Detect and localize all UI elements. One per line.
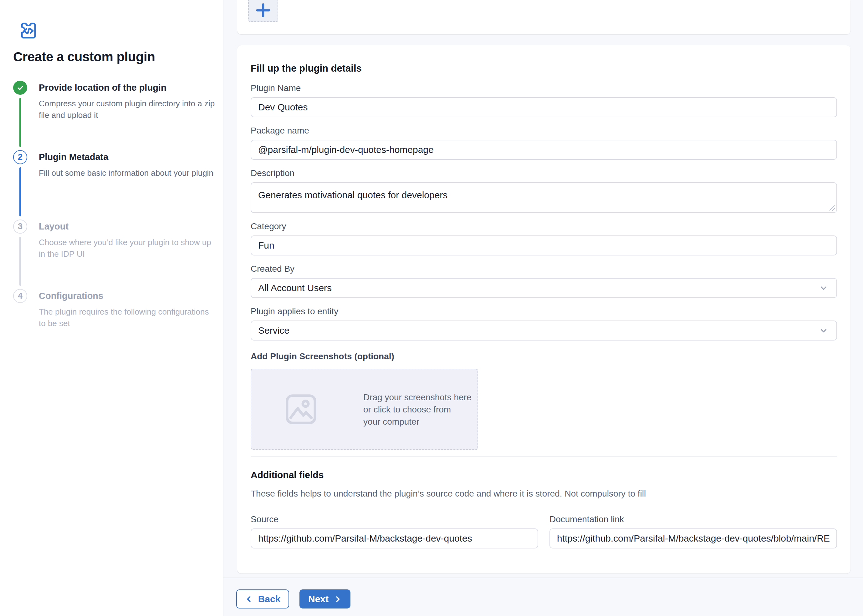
- description-field: Description Generates motivational quote…: [250, 168, 837, 213]
- additional-fields-row: Source Documentation link: [250, 514, 837, 548]
- chevron-left-icon: [245, 595, 253, 603]
- dropzone-line: your computer: [363, 416, 472, 428]
- dropzone-line: or click to choose from: [363, 403, 472, 416]
- entity-select[interactable]: Service: [250, 321, 837, 341]
- next-button[interactable]: Next: [299, 589, 350, 608]
- uploaded-plugin-strip: [237, 0, 850, 35]
- package-name-input[interactable]: [250, 140, 837, 160]
- wizard-main: Fill up the plugin details Plugin Name P…: [224, 0, 863, 616]
- chevron-down-icon: [819, 326, 828, 335]
- plugin-name-field: Plugin Name: [250, 83, 837, 117]
- additional-fields-helper: These fields helps to understand the plu…: [250, 489, 837, 499]
- back-button-label: Back: [258, 594, 281, 604]
- description-label: Description: [250, 168, 837, 179]
- step-description: Choose where you’d like your plugin to s…: [39, 237, 216, 260]
- check-icon: [13, 81, 27, 95]
- resize-grip-icon[interactable]: [830, 206, 835, 211]
- step-number-badge: 4: [13, 289, 27, 303]
- plus-icon: [256, 3, 270, 17]
- image-icon: [283, 393, 320, 426]
- plugin-name-label: Plugin Name: [250, 83, 837, 93]
- add-plugin-tile-button[interactable]: [248, 0, 278, 22]
- documentation-link-label: Documentation link: [550, 514, 837, 525]
- entity-label: Plugin applies to entity: [250, 306, 837, 317]
- step-description: The plugin requires the following config…: [39, 306, 216, 329]
- source-input[interactable]: [250, 528, 538, 548]
- step-title: Configurations: [39, 289, 217, 303]
- step-provide-location[interactable]: Provide location of the plugin Compress …: [13, 81, 217, 150]
- next-button-label: Next: [308, 594, 329, 604]
- screenshots-field: Add Plugin Screenshots (optional) Drag y…: [250, 351, 837, 450]
- package-name-label: Package name: [250, 126, 837, 136]
- step-text: Plugin Metadata Fill out some basic info…: [39, 150, 217, 179]
- step-description: Compress your custom plugin directory in…: [39, 98, 216, 121]
- step-plugin-metadata[interactable]: 2 Plugin Metadata Fill out some basic in…: [13, 150, 217, 220]
- chevron-right-icon: [334, 595, 342, 603]
- step-text: Provide location of the plugin Compress …: [39, 81, 217, 121]
- page-title: Create a custom plugin: [13, 49, 217, 65]
- wizard-footer: Back Next: [224, 578, 863, 616]
- created-by-value: All Account Users: [258, 283, 332, 293]
- step-description: Fill out some basic information about yo…: [39, 167, 216, 179]
- step-title: Provide location of the plugin: [39, 81, 217, 95]
- form-heading: Fill up the plugin details: [250, 62, 837, 75]
- documentation-link-field: Documentation link: [550, 514, 837, 548]
- category-input[interactable]: [250, 236, 837, 256]
- additional-fields-heading: Additional fields: [250, 469, 837, 481]
- entity-field: Plugin applies to entity Service: [250, 306, 837, 341]
- package-name-field: Package name: [250, 126, 837, 160]
- source-field: Source: [250, 514, 538, 548]
- source-label: Source: [250, 514, 538, 525]
- step-number-badge: 3: [13, 220, 27, 234]
- entity-value: Service: [258, 325, 290, 336]
- category-label: Category: [250, 221, 837, 232]
- step-number-badge: 2: [13, 150, 27, 164]
- step-title: Layout: [39, 220, 217, 234]
- screenshot-dropzone[interactable]: Drag your screenshots here or click to c…: [250, 369, 478, 450]
- dropzone-line: Drag your screenshots here: [363, 391, 472, 403]
- created-by-field: Created By All Account Users: [250, 264, 837, 298]
- documentation-link-input[interactable]: [550, 528, 837, 548]
- step-configurations[interactable]: 4 Configurations The plugin requires the…: [13, 289, 217, 329]
- description-textarea[interactable]: Generates motivational quotes for develo…: [250, 182, 837, 213]
- step-layout[interactable]: 3 Layout Choose where you’d like your pl…: [13, 220, 217, 289]
- create-plugin-wizard: Create a custom plugin Provide location …: [0, 0, 863, 616]
- step-text: Layout Choose where you’d like your plug…: [39, 220, 217, 260]
- plugin-name-input[interactable]: [250, 97, 837, 117]
- section-divider: [250, 456, 837, 457]
- back-button[interactable]: Back: [236, 589, 289, 608]
- plugin-code-icon: [17, 19, 39, 41]
- chevron-down-icon: [819, 283, 828, 293]
- dropzone-text: Drag your screenshots here or click to c…: [363, 391, 472, 428]
- screenshots-label: Add Plugin Screenshots (optional): [250, 351, 837, 362]
- plugin-details-card: Fill up the plugin details Plugin Name P…: [237, 46, 850, 574]
- step-title: Plugin Metadata: [39, 150, 217, 164]
- created-by-label: Created By: [250, 264, 837, 274]
- wizard-stepper: Provide location of the plugin Compress …: [13, 81, 217, 329]
- category-field: Category: [250, 221, 837, 256]
- step-text: Configurations The plugin requires the f…: [39, 289, 217, 329]
- wizard-sidebar: Create a custom plugin Provide location …: [0, 0, 224, 616]
- created-by-select[interactable]: All Account Users: [250, 278, 837, 298]
